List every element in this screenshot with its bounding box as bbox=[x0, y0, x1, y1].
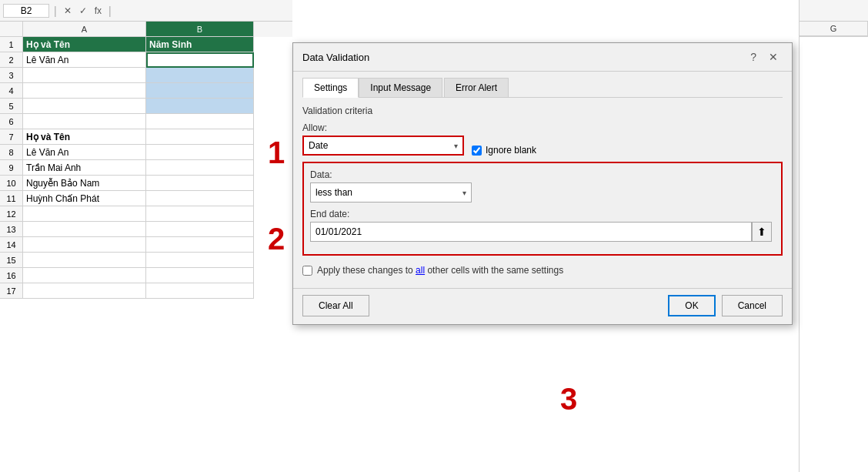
end-date-row: 01/01/2021 ⬆ bbox=[310, 222, 775, 242]
cell-b-12[interactable] bbox=[146, 206, 254, 222]
col-header-a[interactable]: A bbox=[23, 22, 146, 37]
allow-label: Allow: bbox=[302, 122, 783, 133]
cell-a-1[interactable]: Họ và Tên bbox=[23, 37, 146, 52]
cell-a-13[interactable] bbox=[23, 222, 146, 237]
cell-b-5[interactable] bbox=[146, 99, 254, 114]
table-row: 17 bbox=[0, 283, 292, 299]
divider2: | bbox=[107, 5, 113, 17]
cancel-button[interactable]: Cancel bbox=[722, 295, 783, 316]
end-date-input[interactable]: 01/01/2021 bbox=[310, 222, 752, 242]
allow-dropdown[interactable]: Date ▾ bbox=[302, 136, 464, 156]
cell-a-9[interactable]: Trần Mai Anh bbox=[23, 160, 146, 176]
cell-a-11[interactable]: Huỳnh Chấn Phát bbox=[23, 191, 146, 206]
formula-input[interactable] bbox=[116, 5, 289, 16]
cell-a-3[interactable] bbox=[23, 68, 146, 83]
ignore-blank-label: Ignore blank bbox=[486, 145, 536, 156]
cell-a-5[interactable] bbox=[23, 99, 146, 114]
table-row: 16 bbox=[0, 268, 292, 283]
cell-a-16[interactable] bbox=[23, 268, 146, 283]
clear-all-button[interactable]: Clear All bbox=[302, 295, 369, 316]
annotation-3: 3 bbox=[560, 383, 577, 414]
row-number: 2 bbox=[0, 52, 23, 68]
cell-a-14[interactable] bbox=[23, 237, 146, 253]
grid: A B 1Họ và TênNăm Sinh2Lê Văn An34567Họ … bbox=[0, 22, 292, 299]
apply-changes-checkbox[interactable] bbox=[302, 266, 312, 276]
data-dropdown-arrow: ▾ bbox=[462, 189, 466, 197]
cancel-formula-icon[interactable]: ✕ bbox=[62, 5, 74, 17]
allow-group: Allow: Date ▾ Ignore blank bbox=[302, 122, 783, 156]
table-row: 6 bbox=[0, 114, 292, 129]
cell-b-2[interactable] bbox=[146, 52, 254, 68]
ok-cancel-group: OK Cancel bbox=[668, 295, 783, 316]
cell-ref-button[interactable]: ⬆ bbox=[752, 222, 772, 242]
cell-a-12[interactable] bbox=[23, 206, 146, 222]
table-row: 8Lê Văn An bbox=[0, 145, 292, 160]
tab-input-message[interactable]: Input Message bbox=[359, 78, 442, 98]
grid-rows: 1Họ và TênNăm Sinh2Lê Văn An34567Họ và T… bbox=[0, 37, 292, 299]
name-box[interactable] bbox=[3, 4, 49, 18]
cell-b-3[interactable] bbox=[146, 68, 254, 83]
cell-a-2[interactable]: Lê Văn An bbox=[23, 52, 146, 68]
row-number: 13 bbox=[0, 222, 23, 237]
ignore-blank-checkbox[interactable] bbox=[472, 146, 482, 156]
tab-error-alert[interactable]: Error Alert bbox=[444, 78, 509, 98]
spreadsheet-left: | ✕ ✓ fx | A B 1Họ và TênNăm Sinh2Lê Văn… bbox=[0, 0, 292, 472]
data-label: Data: bbox=[310, 169, 775, 180]
row-number: 17 bbox=[0, 283, 23, 299]
cell-b-15[interactable] bbox=[146, 253, 254, 268]
cell-b-10[interactable] bbox=[146, 176, 254, 191]
cell-a-6[interactable] bbox=[23, 114, 146, 129]
cell-b-7[interactable] bbox=[146, 129, 254, 145]
cell-a-4[interactable] bbox=[23, 83, 146, 99]
cell-b-16[interactable] bbox=[146, 268, 254, 283]
row-number: 11 bbox=[0, 191, 23, 206]
cell-b-13[interactable] bbox=[146, 222, 254, 237]
data-section: Data: less than ▾ End date: 01/01/2021 ⬆ bbox=[302, 162, 783, 256]
data-dropdown[interactable]: less than ▾ bbox=[310, 182, 472, 203]
cell-a-7[interactable]: Họ và Tên bbox=[23, 129, 146, 145]
allow-dropdown-arrow: ▾ bbox=[454, 142, 458, 150]
table-row: 14 bbox=[0, 237, 292, 253]
col-header-b[interactable]: B bbox=[146, 22, 254, 37]
confirm-formula-icon[interactable]: ✓ bbox=[77, 5, 89, 17]
row-number: 7 bbox=[0, 129, 23, 145]
ok-button[interactable]: OK bbox=[668, 295, 715, 316]
col-headers: A B bbox=[0, 22, 292, 37]
cell-b-4[interactable] bbox=[146, 83, 254, 99]
cell-a-15[interactable] bbox=[23, 253, 146, 268]
table-row: 9Trần Mai Anh bbox=[0, 160, 292, 176]
cell-b-17[interactable] bbox=[146, 283, 254, 299]
table-row: 13 bbox=[0, 222, 292, 237]
close-icon[interactable]: ✕ bbox=[764, 49, 783, 65]
cell-b-8[interactable] bbox=[146, 145, 254, 160]
data-validation-dialog: Data Validation ? ✕ Settings Input Messa… bbox=[292, 42, 793, 325]
cell-a-8[interactable]: Lê Văn An bbox=[23, 145, 146, 160]
cell-b-1[interactable]: Năm Sinh bbox=[146, 37, 254, 52]
row-number: 15 bbox=[0, 253, 23, 268]
cell-b-6[interactable] bbox=[146, 114, 254, 129]
table-row: 4 bbox=[0, 83, 292, 99]
row-number: 8 bbox=[0, 145, 23, 160]
annotation-2: 2 bbox=[268, 223, 285, 254]
tab-settings[interactable]: Settings bbox=[302, 78, 359, 98]
allow-row: Date ▾ Ignore blank bbox=[302, 136, 783, 156]
insert-function-icon[interactable]: fx bbox=[92, 5, 104, 17]
cell-a-17[interactable] bbox=[23, 283, 146, 299]
table-row: 5 bbox=[0, 99, 292, 114]
cell-b-11[interactable] bbox=[146, 191, 254, 206]
row-number: 5 bbox=[0, 99, 23, 114]
validation-criteria-label: Validation criteria bbox=[302, 105, 783, 116]
annotation-1: 1 bbox=[268, 137, 285, 168]
allow-value: Date bbox=[309, 140, 328, 151]
help-icon[interactable]: ? bbox=[746, 49, 761, 65]
cell-b-9[interactable] bbox=[146, 160, 254, 176]
end-date-group: End date: 01/01/2021 ⬆ bbox=[310, 209, 775, 242]
cell-a-10[interactable]: Nguyễn Bảo Nam bbox=[23, 176, 146, 191]
row-number: 10 bbox=[0, 176, 23, 191]
dialog-buttons: Clear All OK Cancel bbox=[293, 288, 792, 324]
apply-all-link[interactable]: all bbox=[416, 265, 425, 276]
cell-b-14[interactable] bbox=[146, 237, 254, 253]
data-value: less than bbox=[315, 187, 352, 198]
dialog-title-icons: ? ✕ bbox=[746, 49, 783, 65]
tab-bar: Settings Input Message Error Alert bbox=[302, 78, 783, 98]
